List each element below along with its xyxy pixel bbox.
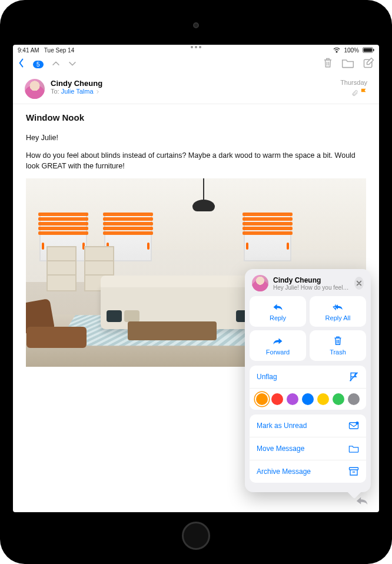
forward-label: Forward [266, 349, 290, 356]
flag-color-dot[interactable] [271, 393, 283, 405]
prev-message-button[interactable] [52, 59, 60, 69]
svg-rect-3 [364, 48, 373, 52]
home-button[interactable] [182, 522, 210, 550]
flag-color-dot[interactable] [287, 393, 298, 405]
flag-color-dot[interactable] [333, 393, 344, 405]
ipad-device-frame: 9:41 AM Tue Sep 14 100% [0, 0, 392, 564]
inbox-count-badge[interactable]: 5 [33, 61, 44, 68]
mail-toolbar: 5 [13, 55, 379, 73]
sender-avatar[interactable] [25, 79, 45, 99]
archive-icon [348, 466, 359, 477]
flag-color-dot[interactable] [256, 393, 268, 405]
sheet-avatar [252, 275, 268, 291]
reply-all-icon [333, 301, 343, 312]
reply-label: Reply [270, 314, 286, 321]
front-camera [193, 22, 199, 28]
sheet-close-button[interactable] [354, 277, 364, 290]
trash-icon [333, 336, 343, 346]
folder-icon [348, 443, 359, 454]
trash-action-button[interactable]: Trash [310, 330, 366, 361]
sheet-preview-text: Hey Julie! How do you feel ab… [273, 284, 350, 291]
reply-toolbar-button[interactable] [356, 495, 368, 509]
move-message-label: Move Message [257, 444, 304, 453]
battery-percent: 100% [344, 47, 359, 54]
unflag-label: Unflag [257, 373, 277, 381]
svg-rect-8 [350, 467, 358, 470]
move-folder-button[interactable] [341, 58, 354, 71]
unflag-icon [348, 371, 359, 382]
multitask-dots[interactable] [191, 46, 201, 48]
message-indicators [351, 88, 367, 98]
flag-color-row [250, 388, 366, 410]
forward-button[interactable]: Forward [250, 330, 306, 361]
status-time-date: 9:41 AM Tue Sep 14 [18, 47, 74, 54]
message-text: How do you feel about blinds instead of … [26, 150, 366, 171]
move-message-row[interactable]: Move Message [250, 437, 366, 460]
mark-unread-row[interactable]: Mark as Unread [250, 414, 366, 437]
svg-rect-2 [373, 49, 374, 51]
reply-all-label: Reply All [325, 314, 351, 321]
sender-name[interactable]: Cindy Cheung [51, 79, 334, 88]
flag-color-dot[interactable] [302, 393, 314, 405]
recipient-line[interactable]: To: Julie Talma [51, 88, 334, 95]
svg-point-7 [356, 422, 358, 424]
next-message-button[interactable] [68, 59, 77, 69]
flag-color-dot[interactable] [317, 393, 329, 405]
trash-button[interactable] [323, 57, 333, 71]
back-button[interactable] [18, 58, 25, 70]
compose-button[interactable] [363, 57, 374, 71]
status-bar: 9:41 AM Tue Sep 14 100% [13, 45, 379, 55]
sheet-sender-name: Cindy Cheung [273, 276, 350, 284]
mark-unread-label: Mark as Unread [257, 422, 307, 430]
message-header: Cindy Cheung To: Julie Talma Thursday [13, 73, 379, 104]
flag-color-dot[interactable] [348, 393, 360, 405]
reply-all-button[interactable]: Reply All [310, 296, 366, 327]
status-date: Tue Sep 14 [44, 47, 74, 54]
archive-message-row[interactable]: Archive Message [250, 460, 366, 483]
to-label: To: [51, 88, 59, 95]
reply-button[interactable]: Reply [250, 296, 306, 327]
reply-icon [273, 301, 283, 312]
status-time: 9:41 AM [18, 47, 39, 54]
message-date: Thursday [340, 79, 367, 86]
archive-message-label: Archive Message [257, 467, 311, 476]
sheet-header: Cindy Cheung Hey Julie! How do you feel … [250, 274, 366, 296]
attachment-icon [351, 89, 358, 97]
mail-unread-icon [348, 420, 359, 431]
trash-label: Trash [330, 349, 346, 356]
unflag-row[interactable]: Unflag [250, 366, 366, 388]
message-actions-sheet: Cindy Cheung Hey Julie! How do you feel … [245, 269, 371, 492]
message-greeting: Hey Julie! [26, 132, 366, 143]
message-subject: Window Nook [26, 111, 366, 124]
svg-point-0 [337, 51, 338, 52]
screen: 9:41 AM Tue Sep 14 100% [13, 45, 379, 512]
flag-icon [360, 91, 367, 98]
battery-icon [363, 47, 374, 53]
wifi-icon [333, 47, 340, 53]
recipient-name: Julie Talma [61, 88, 94, 95]
forward-icon [273, 336, 283, 346]
